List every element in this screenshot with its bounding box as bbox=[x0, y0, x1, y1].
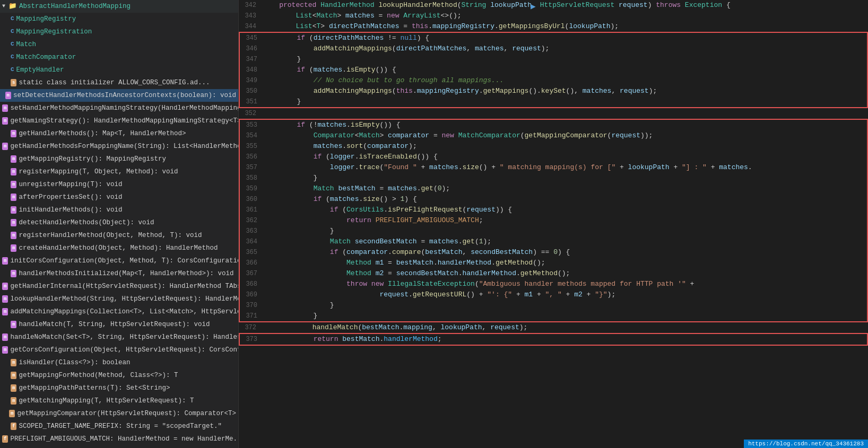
left-panel[interactable]: ▼ 📁 AbstractHandlerMethodMapping C Mappi… bbox=[0, 0, 239, 448]
item-label: initCorsConfiguration(Object, Method, T)… bbox=[10, 256, 239, 266]
code-line-344: 344 List<T> directPathMatches = this.map… bbox=[239, 21, 868, 32]
line-num: 350 bbox=[240, 86, 264, 96]
tree-item-handle-match[interactable]: m handleMatch(T, String, HttpServletRequ… bbox=[0, 318, 238, 331]
code-line-360: 360 if (matches.size() > 1) { bbox=[240, 194, 867, 205]
code-content: if (matches.size() > 1) { bbox=[264, 194, 867, 205]
tree-item-match-comparator[interactable]: C MatchComparator bbox=[0, 51, 238, 64]
code-content: List<T> directPathMatches = this.mapping… bbox=[263, 21, 868, 32]
tree-item-empty-handler[interactable]: C EmptyHandler bbox=[0, 64, 238, 76]
tree-item-set-handler[interactable]: m setHandlerMethodMappingNamingStrategy(… bbox=[0, 102, 238, 115]
item-label: SCOPED_TARGET_NAME_PREFIX: String = "sco… bbox=[19, 421, 222, 432]
class-icon: C bbox=[11, 14, 14, 24]
tree-item-get-cors-config[interactable]: m getCorsConfiguration(Object, HttpServl… bbox=[0, 344, 238, 356]
tree-item-add-matching[interactable]: m addMatchingMappings(Collection<T>, Lis… bbox=[0, 305, 238, 318]
method-icon: m bbox=[2, 333, 8, 341]
tree-item-get-handler-internal[interactable]: m getHandlerInternal(HttpServletRequest)… bbox=[0, 280, 238, 293]
right-panel[interactable]: 342 protected HandlerMethod lookupHandle… bbox=[239, 0, 868, 448]
tree-item-init-cors[interactable]: m initCorsConfiguration(Object, Method, … bbox=[0, 254, 238, 267]
line-num: 357 bbox=[240, 162, 264, 173]
tree-item-get-mapping-for[interactable]: m getMappingForMethod(Method, Class<?>):… bbox=[0, 369, 238, 382]
tree-item-get-naming[interactable]: m getNamingStrategy(): HandlerMethodMapp… bbox=[0, 115, 238, 127]
line-num: 361 bbox=[240, 205, 264, 215]
code-line-365: 365 if (comparator.compare(bestMatch, se… bbox=[240, 247, 867, 258]
line-num: 372 bbox=[239, 322, 263, 333]
code-line-358: 358 } bbox=[240, 173, 867, 183]
code-line-369: 369 request.getRequestURL() + "': {" + m… bbox=[240, 289, 867, 300]
code-content: if (logger.isTraceEnabled()) { bbox=[264, 152, 867, 162]
code-line-373: 373 return bestMatch.handlerMethod; bbox=[240, 334, 867, 345]
tree-item-get-mapping-comp[interactable]: m getMappingComparator(HttpServletReques… bbox=[0, 407, 238, 420]
tree-item-get-mapping-reg[interactable]: m getMappingRegistry(): MappingRegistry bbox=[0, 153, 238, 165]
code-line-361: 361 if (CorsUtils.isPreFlightRequest(req… bbox=[240, 205, 867, 215]
code-content: if (!matches.isEmpty()) { bbox=[264, 120, 867, 130]
code-line-345: 345 if (directPathMatches != null) { bbox=[240, 33, 867, 43]
code-line-366: 366 Method m1 = bestMatch.handlerMethod.… bbox=[240, 258, 867, 268]
static-icon: s bbox=[11, 79, 16, 86]
line-num: 345 bbox=[240, 33, 264, 43]
line-num: 360 bbox=[240, 194, 264, 205]
code-line-355: 355 matches.sort(comparator); bbox=[240, 141, 867, 152]
code-line-354: 354 Comparator<Match> comparator = new M… bbox=[240, 130, 867, 141]
tree-item-allow-cors[interactable]: f ALLOW_CORS_CONFIG: CorsConfiguration =… bbox=[0, 445, 238, 448]
tree-item-match[interactable]: C Match bbox=[0, 38, 238, 51]
class-icon: C bbox=[11, 27, 14, 37]
folder-icon: 📁 bbox=[8, 1, 17, 12]
class-icon: C bbox=[11, 65, 14, 75]
tree-item-unregister[interactable]: m unregisterMapping(T): void bbox=[0, 178, 238, 191]
tree-root[interactable]: ▼ 📁 AbstractHandlerMethodMapping bbox=[0, 0, 238, 13]
code-content: Method m2 = secondBestMatch.handlerMetho… bbox=[264, 268, 867, 279]
item-label: getCorsConfiguration(Object, HttpServlet… bbox=[10, 345, 239, 355]
tree-item-mapping-registration[interactable]: C MappingRegistration bbox=[0, 25, 238, 38]
item-label: setHandlerMethodMappingNamingStrategy(Ha… bbox=[10, 103, 239, 113]
tree-item-get-handler-methods[interactable]: m getHandlerMethods(): Map<T, HandlerMet… bbox=[0, 127, 238, 140]
abstract-method-icon: m bbox=[11, 372, 16, 379]
tree-item-preflight-match[interactable]: f PREFLIGHT_AMBIGUOUS_MATCH: HandlerMeth… bbox=[0, 433, 238, 445]
code-content: request.getRequestURL() + "': {" + m1 + … bbox=[264, 289, 867, 300]
item-label: MatchComparator bbox=[16, 52, 76, 63]
item-label: static class initializer ALLOW_CORS_CONF… bbox=[19, 77, 210, 88]
tree-item-handler-methods-init[interactable]: m handlerMethodsInitialized(Map<T, Handl… bbox=[0, 267, 238, 280]
tree-item-mapping-registry[interactable]: C MappingRegistry bbox=[0, 13, 238, 25]
tree-item-detect-handler[interactable]: m detectHandlerMethods(Object): void bbox=[0, 216, 238, 229]
tree-item-set-detect[interactable]: m setDetectHandlerMethodsInAncestorConte… bbox=[0, 89, 238, 102]
tree-item-handle-no-match[interactable]: m handleNoMatch(Set<T>, String, HttpServ… bbox=[0, 331, 238, 344]
line-num: 355 bbox=[240, 141, 264, 152]
tree-item-scoped-target[interactable]: f SCOPED_TARGET_NAME_PREFIX: String = "s… bbox=[0, 420, 238, 433]
tree-item-get-matching-mapping[interactable]: m getMatchingMapping(T, HttpServletReque… bbox=[0, 394, 238, 407]
method-icon: m bbox=[11, 232, 16, 239]
tree-item-after-props[interactable]: m afterPropertiesSet(): void bbox=[0, 191, 238, 204]
item-label: getHandlerMethodsForMappingName(String):… bbox=[10, 141, 239, 152]
code-line-367: 367 Method m2 = secondBestMatch.handlerM… bbox=[240, 268, 867, 279]
code-content: Method m1 = bestMatch.handlerMethod.getM… bbox=[264, 258, 867, 268]
line-num: 342 bbox=[239, 0, 263, 11]
line-num: 354 bbox=[240, 130, 264, 141]
line-num: 351 bbox=[240, 96, 264, 107]
item-label: getMatchingMapping(T, HttpServletRequest… bbox=[19, 396, 194, 406]
method-icon: m bbox=[2, 346, 8, 354]
tree-item-static-init[interactable]: s static class initializer ALLOW_CORS_CO… bbox=[0, 76, 238, 89]
tree-item-get-handler-for-name[interactable]: m getHandlerMethodsForMappingName(String… bbox=[0, 140, 238, 153]
line-num: 359 bbox=[240, 183, 264, 194]
tree-item-is-handler[interactable]: m isHandler(Class<?>): boolean bbox=[0, 356, 238, 369]
code-content: handleMatch(bestMatch.mapping, lookupPat… bbox=[263, 322, 868, 333]
item-label: detectHandlerMethods(Object): void bbox=[19, 217, 154, 228]
tree-item-lookup-handler[interactable]: m lookupHandlerMethod(String, HttpServle… bbox=[0, 293, 238, 305]
code-line-356: 356 if (logger.isTraceEnabled()) { bbox=[240, 152, 867, 162]
tree-item-create-handler[interactable]: m createHandlerMethod(Object, Method): H… bbox=[0, 242, 238, 254]
code-content: protected HandlerMethod lookupHandlerMet… bbox=[263, 0, 868, 11]
code-line-370: 370 } bbox=[240, 300, 867, 311]
code-line-371: 371 } bbox=[240, 311, 867, 321]
item-label: EmptyHandler bbox=[16, 65, 64, 75]
code-content: if (CorsUtils.isPreFlightRequest(request… bbox=[264, 205, 867, 215]
item-label: getHandlerInternal(HttpServletRequest): … bbox=[10, 281, 239, 292]
method-icon: m bbox=[11, 206, 16, 214]
item-label: afterPropertiesSet(): void bbox=[19, 192, 122, 203]
item-label: MappingRegistry bbox=[16, 14, 76, 24]
tree-item-get-mapping-path[interactable]: m getMappingPathPatterns(T): Set<String> bbox=[0, 382, 238, 394]
method-icon: m bbox=[2, 117, 8, 125]
static-field-icon: f bbox=[2, 435, 8, 443]
tree-item-register-mapping[interactable]: m registerMapping(T, Object, Method): vo… bbox=[0, 165, 238, 178]
class-icon: C bbox=[11, 52, 14, 62]
tree-item-register-handler[interactable]: m registerHandlerMethod(Object, Method, … bbox=[0, 229, 238, 242]
tree-item-init-handler[interactable]: m initHandlerMethods(): void bbox=[0, 204, 238, 216]
